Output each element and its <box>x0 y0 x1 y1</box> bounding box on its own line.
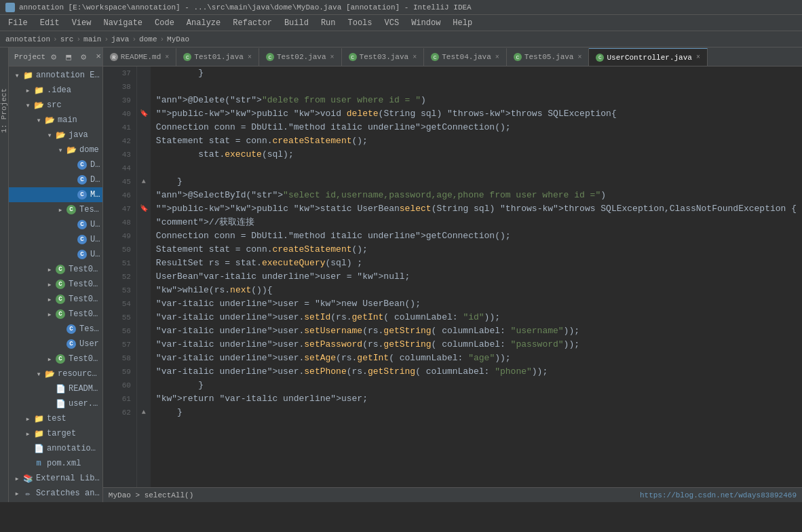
gutter-44[interactable] <box>137 162 151 175</box>
menu-item-tools[interactable]: Tools <box>343 17 378 29</box>
tree-toggle-main[interactable]: ▾ <box>33 115 44 126</box>
tree-toggle-UserController[interactable] <box>66 234 77 245</box>
gutter-58[interactable] <box>137 352 151 365</box>
sidebar-expand-icon[interactable]: ⬒ <box>63 52 74 62</box>
breadcrumb-item-annotation[interactable]: annotation <box>5 35 50 43</box>
gutter-47[interactable]: 🔖 <box>137 202 151 216</box>
gutter-40[interactable]: 🔖 <box>137 107 151 121</box>
tree-toggle-Test04java[interactable]: ▸ <box>44 309 55 320</box>
tab-usercontroller[interactable]: CUserController.java× <box>589 48 707 66</box>
tree-toggle-Test04[interactable] <box>55 324 66 335</box>
gutter-41[interactable] <box>137 121 151 134</box>
breadcrumb-item-java[interactable]: java <box>111 35 129 43</box>
tab-close-test03[interactable]: × <box>413 54 417 61</box>
tree-item-README[interactable]: 📄README.md <box>9 381 102 396</box>
tree-toggle-java[interactable]: ▾ <box>44 130 55 140</box>
menu-item-build[interactable]: Build <box>279 17 314 29</box>
project-label-text[interactable]: 1: Project <box>0 88 8 133</box>
tree-item-annotation-iml[interactable]: 📄annotation.iml <box>9 441 102 456</box>
menu-item-analyze[interactable]: Analyze <box>181 17 226 29</box>
menu-item-window[interactable]: Window <box>406 17 446 29</box>
tab-close-test05[interactable]: × <box>577 54 581 61</box>
tree-toggle-User[interactable] <box>55 339 66 349</box>
tree-toggle-MyDao[interactable] <box>66 189 77 200</box>
menu-item-code[interactable]: Code <box>149 17 180 29</box>
menu-item-view[interactable]: View <box>66 17 97 29</box>
breadcrumb-item-mydao[interactable]: MyDao <box>167 35 189 43</box>
tree-item-pom-xml[interactable]: mpom.xml <box>9 456 102 471</box>
tree-item-idea[interactable]: ▸📁.idea <box>9 83 102 98</box>
tree-item-dome[interactable]: ▾📂dome <box>9 142 102 157</box>
gutter-52[interactable] <box>137 270 151 284</box>
tree-item-target[interactable]: ▸📁target <box>9 426 102 441</box>
tree-toggle-ext-libs[interactable]: ▸ <box>12 473 22 484</box>
sidebar-close-icon[interactable]: × <box>93 52 103 62</box>
gutter-46[interactable] <box>137 189 151 202</box>
tree-toggle-target[interactable]: ▸ <box>22 428 33 439</box>
gutter-57[interactable] <box>137 338 151 352</box>
tree-item-annotation-root[interactable]: ▾📁annotation E:\workspace\annotation <box>9 68 102 83</box>
menu-item-run[interactable]: Run <box>316 17 341 29</box>
breadcrumb-item-src[interactable]: src <box>60 35 74 43</box>
tree-toggle-idea[interactable]: ▸ <box>22 85 33 96</box>
menu-item-refactor[interactable]: Refactor <box>227 17 278 29</box>
tab-test01[interactable]: CTest01.java× <box>176 48 259 66</box>
gutter-45[interactable]: ▲ <box>137 175 151 189</box>
sidebar-gear-icon[interactable]: ⚙ <box>78 52 89 62</box>
gutter-60[interactable] <box>137 379 151 392</box>
gutter-43[interactable] <box>137 148 151 162</box>
tree-toggle-annotation-root[interactable]: ▾ <box>12 70 22 81</box>
gutter-39[interactable] <box>137 94 151 107</box>
gutter-59[interactable] <box>137 365 151 379</box>
tree-item-Test05java[interactable]: ▸CTest05.java <box>9 352 102 366</box>
menu-item-file[interactable]: File <box>3 17 33 29</box>
tree-item-Test04[interactable]: CTest04 <box>9 322 102 337</box>
tree-toggle-pom-xml[interactable] <box>22 458 33 469</box>
gutter-49[interactable] <box>137 229 151 243</box>
gutter-42[interactable] <box>137 134 151 148</box>
gutter-50[interactable] <box>137 243 151 256</box>
tree-item-scratches[interactable]: ▸✏Scratches and Consoles <box>9 486 102 501</box>
tree-item-test[interactable]: ▸📁test <box>9 411 102 426</box>
gutter-51[interactable] <box>137 256 151 270</box>
menu-item-vcs[interactable]: VCS <box>379 17 405 29</box>
breadcrumb-item-main[interactable]: main <box>83 35 101 43</box>
tree-item-Test01java[interactable]: ▸CTest01.java <box>9 262 102 277</box>
tree-toggle-dome[interactable]: ▾ <box>55 145 66 155</box>
menu-item-edit[interactable]: Edit <box>35 17 65 29</box>
gutter-56[interactable] <box>137 324 151 338</box>
code-editor[interactable]: 3738394041424344454647484950515253545556… <box>103 66 802 487</box>
tree-item-src[interactable]: ▾📂src <box>9 98 102 113</box>
tree-toggle-Dao[interactable] <box>66 159 77 170</box>
tree-toggle-user-sql[interactable] <box>44 398 55 409</box>
tree-item-Test06java[interactable]: ▸CTest06.java <box>9 202 102 217</box>
gutter-61[interactable] <box>137 392 151 406</box>
tab-test03[interactable]: CTest03.java× <box>342 48 425 66</box>
tab-test04[interactable]: CTest04.java× <box>424 48 507 66</box>
tree-toggle-resources[interactable]: ▾ <box>33 368 44 379</box>
gutter-48[interactable] <box>137 216 151 229</box>
tree-toggle-Test05java[interactable]: ▸ <box>44 354 55 364</box>
tree-item-Test02java[interactable]: ▸CTest02.java <box>9 277 102 292</box>
tree-toggle-UserService[interactable] <box>66 249 77 260</box>
tree-toggle-annotation-iml[interactable] <box>22 443 33 454</box>
tree-toggle-README[interactable] <box>44 383 55 394</box>
gutter-38[interactable] <box>137 80 151 94</box>
project-panel-label[interactable]: 1: Project <box>0 48 9 502</box>
gutter-54[interactable] <box>137 297 151 311</box>
tab-close-usercontroller[interactable]: × <box>696 54 700 61</box>
tree-toggle-Test02java[interactable]: ▸ <box>44 279 55 290</box>
tree-toggle-Test01java[interactable]: ▸ <box>44 264 55 275</box>
gutter-55[interactable] <box>137 311 151 324</box>
tab-test05[interactable]: CTest05.java× <box>507 48 590 66</box>
tab-test02[interactable]: CTest02.java× <box>259 48 342 66</box>
tree-item-java[interactable]: ▾📂java <box>9 128 102 142</box>
gutter-62[interactable]: ▲ <box>137 406 151 419</box>
tree-item-resources[interactable]: ▾📂resources <box>9 366 102 381</box>
tree-item-DbUtil[interactable]: CDbUtil <box>9 172 102 187</box>
gutter-53[interactable] <box>137 284 151 297</box>
tree-item-Test04java[interactable]: ▸CTest04.java <box>9 307 102 322</box>
tab-close-test02[interactable]: × <box>330 54 335 61</box>
tree-item-ext-libs[interactable]: ▸📚External Libraries <box>9 471 102 486</box>
tree-item-main[interactable]: ▾📂main <box>9 113 102 128</box>
